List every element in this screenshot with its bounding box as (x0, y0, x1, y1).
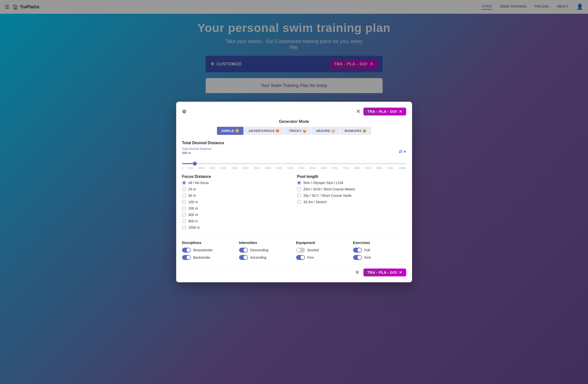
exercise-kick: Kick (353, 255, 406, 260)
pool-length-options: 50m / Olympic Size / LCM 25m / SCM / Sho… (297, 181, 406, 204)
pool-25m[interactable]: 25m / SCM / Short Course Meters (297, 187, 406, 191)
disciplines-title: Disciplines (182, 241, 235, 245)
snorkel-toggle[interactable] (296, 248, 305, 253)
fins-toggle[interactable] (296, 255, 305, 260)
generator-mode-label: Generator Mode (182, 120, 406, 124)
equipment-title: Equipment (296, 241, 349, 245)
distance-section: Total Desired Distance Total Desired Dis… (182, 141, 406, 169)
disciplines-section: Disciplines Breaststroke Backstroke (182, 241, 235, 263)
footer-tra-pla-go-label: TRA - PLA - GO! (367, 270, 397, 274)
equipment-fins: Fins (296, 255, 349, 260)
focus-distance-section: Focus Distance All / No focus 25 m 50 m (182, 174, 291, 229)
modal-gear-icon: ⚙ (182, 109, 187, 115)
modal-header: ⚙ ✕ TRA - PLA - GO! ✕ (182, 108, 406, 116)
descending-toggle[interactable] (239, 248, 248, 253)
modal-tra-pla-go-button[interactable]: TRA - PLA - GO! ✕ (363, 108, 406, 116)
intensity-descending: Descending (239, 248, 292, 253)
modal-close-button[interactable]: ✕ (356, 108, 360, 115)
pool-25y[interactable]: 25y / SCY / Short Course Yards (297, 194, 406, 198)
focus-pool-section: Focus Distance All / No focus 25 m 50 m (182, 174, 406, 229)
focus-all[interactable]: All / No focus (182, 181, 291, 185)
exercises-section: Exercises Pull Kick (353, 241, 406, 263)
distance-field-label: Total Desired Distance (182, 147, 211, 151)
distance-section-title: Total Desired Distance (182, 141, 406, 145)
focus-25m[interactable]: 25 m (182, 187, 291, 191)
pool-33m[interactable]: 33.3m / Stretch (297, 200, 406, 204)
pool-50m[interactable]: 50m / Olympic Size / LCM (297, 181, 406, 185)
pull-toggle[interactable] (353, 248, 362, 253)
distance-slider[interactable] (182, 163, 406, 164)
focus-distance-title: Focus Distance (182, 174, 291, 179)
footer-tra-pla-go-button[interactable]: TRA - PLA - GO! ✕ (363, 268, 406, 276)
focus-distance-options: All / No focus 25 m 50 m 100 m (182, 181, 291, 229)
four-col-section: Disciplines Breaststroke Backstroke (182, 235, 406, 263)
focus-200m[interactable]: 200 m (182, 206, 291, 210)
discipline-backstroke: Backstroke (182, 255, 235, 260)
modal-shuffle-icon: ✕ (399, 110, 402, 114)
intensities-section: Intensities Descending Ascending (239, 241, 292, 263)
mode-tab-simple[interactable]: SIMPLE 😊 (217, 127, 244, 135)
mode-tab-bonkers[interactable]: BONKERS 🤣 (340, 127, 371, 135)
kick-toggle[interactable] (353, 255, 362, 260)
modal-overlay[interactable]: ⚙ ✕ TRA - PLA - GO! ✕ Generator Mode SIM… (0, 0, 588, 384)
focus-400m[interactable]: 400 m (182, 213, 291, 217)
backstroke-toggle[interactable] (182, 255, 191, 260)
mode-tab-absurd[interactable]: ABSURD 🤯 (311, 127, 339, 135)
mode-tab-adventurous[interactable]: ADVENTUROUS 🤩 (244, 127, 284, 135)
distance-value: 500 m (182, 151, 211, 155)
discipline-breaststroke: Breaststroke (182, 248, 235, 253)
modal-footer: ✕ TRA - PLA - GO! ✕ (182, 264, 406, 276)
modal: ⚙ ✕ TRA - PLA - GO! ✕ Generator Mode SIM… (176, 102, 412, 282)
focus-800m[interactable]: 800 m (182, 219, 291, 223)
focus-100m[interactable]: 100 m (182, 200, 291, 204)
modal-tra-pla-go-label: TRA - PLA - GO! (367, 110, 397, 114)
focus-1500m[interactable]: 1500 m (182, 225, 291, 229)
focus-50m[interactable]: 50 m (182, 194, 291, 198)
distance-reset-button[interactable]: ⇄ ▾ (399, 149, 406, 154)
equipment-snorkel: Snorkel (296, 248, 349, 253)
equipment-section: Equipment Snorkel Fins (296, 241, 349, 263)
mode-tabs: SIMPLE 😊 ADVENTUROUS 🤩 TRICKY 🤪 ABSURD 🤯… (182, 127, 406, 135)
footer-shuffle-icon: ✕ (399, 270, 402, 274)
mode-tab-tricky[interactable]: TRICKY 🤪 (285, 127, 311, 135)
breaststroke-toggle[interactable] (182, 248, 191, 253)
ascending-toggle[interactable] (239, 255, 248, 260)
intensity-ascending: Ascending (239, 255, 292, 260)
footer-close-button[interactable]: ✕ (355, 269, 359, 276)
exercises-title: Exercises (353, 241, 406, 245)
exercise-pull: Pull (353, 248, 406, 253)
pool-length-section: Pool length 50m / Olympic Size / LCM 25m… (297, 174, 406, 229)
intensities-title: Intensities (239, 241, 292, 245)
pool-length-title: Pool length (297, 174, 406, 179)
